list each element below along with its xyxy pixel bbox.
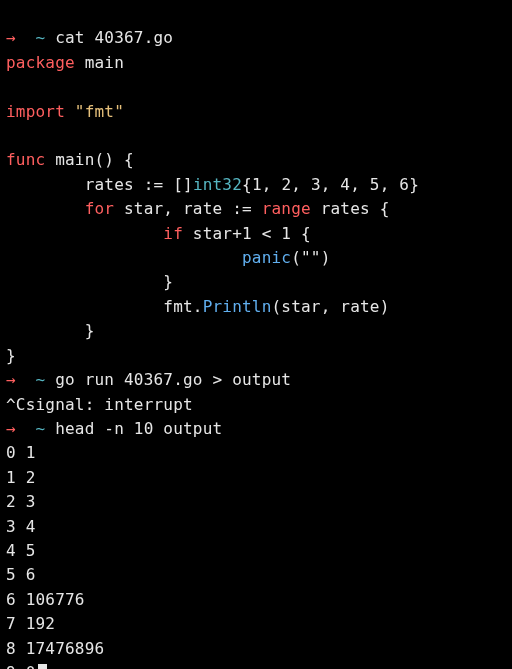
prompt-arrow-icon: → <box>6 370 16 389</box>
output-line: 5 6 <box>6 565 36 584</box>
prompt-line: → ~ cat 40367.go <box>6 28 173 47</box>
prompt-line: → ~ go run 40367.go > output <box>6 370 291 389</box>
output-line: 9 0 <box>6 663 36 669</box>
terminal[interactable]: → ~ cat 40367.go package main import "fm… <box>0 0 512 669</box>
output-line: 3 4 <box>6 517 36 536</box>
go-line: rates := []int32{1, 2, 3, 4, 5, 6} <box>6 175 419 194</box>
output-line: 1 2 <box>6 468 36 487</box>
go-line: package main <box>6 53 124 72</box>
cursor-icon <box>38 664 47 669</box>
go-blank-line <box>6 126 16 145</box>
output-line: 7 192 <box>6 614 55 633</box>
go-line: } <box>6 346 16 365</box>
output-line: 2 3 <box>6 492 36 511</box>
prompt-tilde-icon: ~ <box>36 28 46 47</box>
interrupt-line: ^Csignal: interrupt <box>6 395 193 414</box>
output-line: 8 17476896 <box>6 639 104 658</box>
go-line: for star, rate := range rates { <box>6 199 390 218</box>
prompt-tilde-icon: ~ <box>36 370 46 389</box>
prompt-tilde-icon: ~ <box>36 419 46 438</box>
go-line: panic("") <box>6 248 331 267</box>
prompt-arrow-icon: → <box>6 419 16 438</box>
go-line: fmt.Println(star, rate) <box>6 297 390 316</box>
go-line: } <box>6 272 173 291</box>
go-line: func main() { <box>6 150 134 169</box>
output-line: 6 106776 <box>6 590 85 609</box>
go-blank-line <box>6 77 16 96</box>
go-line: if star+1 < 1 { <box>6 224 311 243</box>
output-line: 0 1 <box>6 443 36 462</box>
go-line: import "fmt" <box>6 102 124 121</box>
output-line: 4 5 <box>6 541 36 560</box>
go-line: } <box>6 321 95 340</box>
cmd-cat: cat 40367.go <box>55 28 173 47</box>
prompt-line: → ~ head -n 10 output <box>6 419 222 438</box>
prompt-arrow-icon: → <box>6 28 16 47</box>
cmd-go-run: go run 40367.go > output <box>55 370 291 389</box>
cmd-head: head -n 10 output <box>55 419 222 438</box>
